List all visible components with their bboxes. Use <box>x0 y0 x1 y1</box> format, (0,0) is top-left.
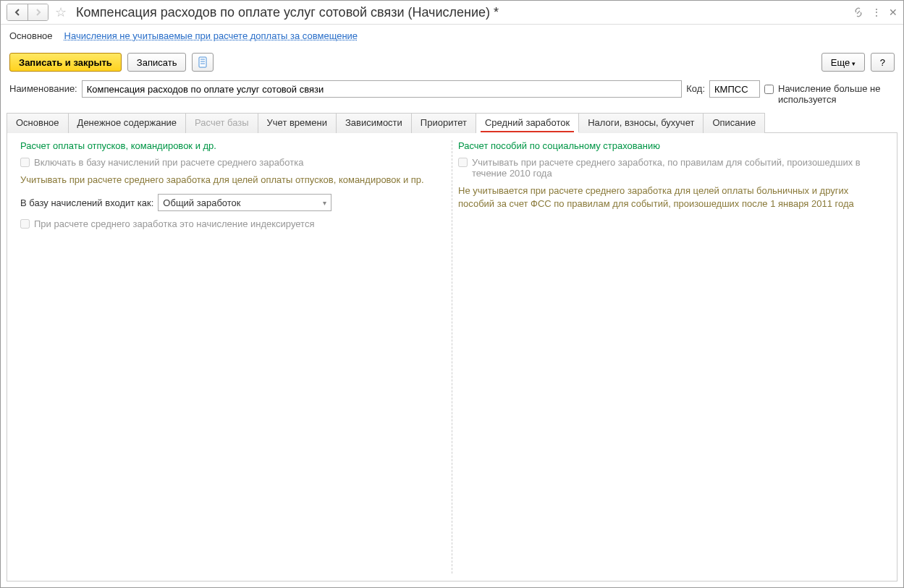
tab-main[interactable]: Основное <box>7 113 69 133</box>
back-button[interactable] <box>7 4 28 20</box>
right-hint: Не учитывается при расчете среднего зара… <box>458 184 884 210</box>
name-input[interactable] <box>82 80 683 98</box>
nav-main[interactable]: Основное <box>9 30 53 41</box>
left-section-title: Расчет оплаты отпусков, командировок и д… <box>20 140 446 151</box>
tab-base[interactable]: Расчет базы <box>186 113 258 133</box>
svg-rect-0 <box>199 57 206 67</box>
base-as-select[interactable]: Общий заработок <box>158 194 331 211</box>
rule2010-checkbox <box>458 158 468 167</box>
forward-button[interactable] <box>28 4 48 20</box>
more-button[interactable]: Еще <box>821 53 865 72</box>
save-button[interactable]: Записать <box>127 53 187 72</box>
tab-money[interactable]: Денежное содержание <box>69 113 186 133</box>
code-input[interactable] <box>709 80 760 98</box>
not-used-checkbox[interactable] <box>764 85 774 94</box>
right-section-title: Расчет пособий по социальному страховани… <box>458 140 884 151</box>
index-label: При расчете среднего заработка это начис… <box>34 218 314 229</box>
include-base-checkbox <box>20 158 30 167</box>
tabs: Основное Денежное содержание Расчет базы… <box>7 112 897 133</box>
window-title: Компенсация расходов по оплате услуг сот… <box>73 5 850 20</box>
index-checkbox <box>20 219 30 229</box>
close-button[interactable]: ✕ <box>889 7 897 18</box>
tab-time[interactable]: Учет времени <box>258 113 337 133</box>
tab-deps[interactable]: Зависимости <box>337 113 412 133</box>
menu-icon[interactable]: ⋮ <box>871 7 882 18</box>
tab-taxes[interactable]: Налоги, взносы, бухучет <box>579 113 704 133</box>
favorite-icon[interactable]: ☆ <box>53 4 69 20</box>
base-as-label: В базу начислений входит как: <box>20 197 153 208</box>
include-base-label: Включать в базу начислений при расчете с… <box>34 157 303 168</box>
save-and-close-button[interactable]: Записать и закрыть <box>9 53 122 72</box>
name-label: Наименование: <box>9 80 77 94</box>
rule2010-label: Учитывать при расчете среднего заработка… <box>472 157 884 179</box>
tab-priority[interactable]: Приоритет <box>412 113 476 133</box>
left-hint: Учитывать при расчете среднего заработка… <box>20 174 446 187</box>
nav-link-exclusions[interactable]: Начисления не учитываемые при расчете до… <box>64 30 358 41</box>
code-label: Код: <box>686 80 705 94</box>
link-icon[interactable] <box>853 7 864 18</box>
tab-desc[interactable]: Описание <box>704 113 765 133</box>
not-used-label: Начисление больше не используется <box>778 83 895 105</box>
document-icon-button[interactable] <box>192 53 214 72</box>
tab-average[interactable]: Средний заработок <box>476 113 579 133</box>
help-button[interactable]: ? <box>871 53 895 72</box>
